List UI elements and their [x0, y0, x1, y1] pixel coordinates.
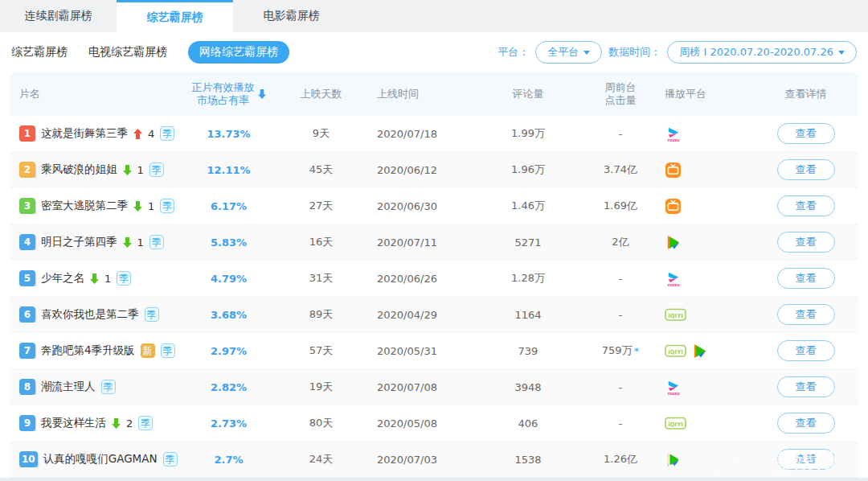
trend-up-icon — [133, 129, 142, 139]
view-button[interactable]: 查看 — [777, 268, 835, 289]
platform-icons — [665, 451, 753, 468]
days-value: 27天 — [275, 199, 367, 213]
svg-text:YOUKU: YOUKU — [666, 138, 680, 142]
show-title-cell: 5少年之名1季 — [10, 270, 182, 286]
trend-value: 1 — [137, 164, 144, 176]
trend-down-icon — [123, 165, 132, 175]
show-title-cell: 2乘风破浪的姐姐1季 — [10, 162, 182, 178]
show-title-cell: 8潮流主理人季 — [10, 379, 182, 395]
rank-badge: 6 — [19, 306, 35, 323]
online-date: 2020/04/29 — [367, 309, 480, 321]
view-button[interactable]: 查看 — [777, 123, 835, 144]
show-title: 奔跑吧第4季升级版 — [41, 343, 135, 358]
clicks-value: - — [576, 309, 665, 321]
rank-badge: 9 — [19, 415, 35, 431]
time-filter-label: 数据时间： — [608, 45, 661, 60]
view-button[interactable]: 查看 — [777, 376, 835, 397]
subtab-tv-variety[interactable]: 电视综艺霸屏榜 — [88, 41, 167, 64]
header-clicks: 周前台 点击量 — [576, 81, 665, 108]
ranking-table: 片名 正片有效播放 市场占有率 上映天数 上线时间 评论量 周前台 点击量 播放… — [0, 72, 868, 478]
time-select[interactable]: 周榜 I 2020.07.20-2020.07.26 — [667, 41, 857, 64]
view-button[interactable]: 查看 — [777, 195, 835, 216]
rank-badge: 1 — [19, 125, 35, 142]
header-share-sort[interactable]: 正片有效播放 市场占有率 — [182, 81, 275, 108]
header-detail: 查看详情 — [753, 87, 858, 101]
sort-down-icon — [258, 89, 266, 99]
rank-badge: 3 — [19, 198, 35, 214]
trend-value: 1 — [137, 236, 144, 249]
subtab-variety-all[interactable]: 综艺霸屏榜 — [11, 41, 68, 64]
view-button[interactable]: 查看 — [777, 413, 835, 434]
iqiyi-icon: iQIYI — [665, 343, 686, 359]
view-button[interactable]: 查看 — [777, 304, 835, 325]
header-share-label: 正片有效播放 市场占有率 — [192, 81, 255, 108]
header-online: 上线时间 — [367, 87, 480, 101]
season-badge: 季 — [149, 235, 164, 249]
platform-select-value: 全平台 — [547, 45, 579, 60]
rank-badge: 5 — [19, 270, 35, 286]
share-value: 13.73% — [182, 128, 275, 140]
clicks-value: 759万* — [576, 343, 665, 358]
chevron-down-icon — [583, 51, 590, 55]
asterisk-note: * — [634, 345, 640, 357]
view-button[interactable]: 查看 — [777, 232, 835, 253]
table-row: 5少年之名1季4.79%31天2020/06/261.28万- YOUKU查看 — [10, 261, 858, 297]
online-date: 2020/07/11 — [367, 236, 480, 249]
view-detail-cell: 查看 — [753, 449, 858, 470]
comments-value: 1.28万 — [480, 271, 576, 286]
view-detail-cell: 查看 — [753, 123, 858, 144]
platform-icons: YOUKU — [665, 378, 753, 397]
comments-value: 1164 — [480, 309, 576, 321]
show-title-cell: 3密室大逃脱第二季1季 — [10, 198, 182, 214]
platform-select[interactable]: 全平台 — [535, 41, 602, 64]
filters: 平台： 全平台 数据时间： 周榜 I 2020.07.20-2020.07.26 — [497, 41, 857, 64]
show-title-cell: 7奔跑吧第4季升级版新季 — [10, 343, 182, 359]
comments-value: 1.96万 — [480, 162, 576, 177]
view-detail-cell: 查看 — [753, 232, 858, 253]
platform-icons — [665, 234, 753, 251]
platform-icons: iQIYI — [665, 343, 753, 360]
view-button[interactable]: 查看 — [777, 340, 835, 361]
tab-series-ranking[interactable]: 连续剧霸屏榜 — [0, 0, 117, 32]
show-title: 乘风破浪的姐姐 — [41, 162, 117, 177]
tab-movie-ranking[interactable]: 电影霸屏榜 — [233, 0, 350, 32]
rank-badge: 10 — [19, 451, 38, 467]
days-value: 80天 — [275, 416, 367, 430]
days-value: 24天 — [275, 452, 367, 467]
share-value: 3.68% — [182, 309, 275, 321]
clicks-value: 1.26亿 — [576, 452, 665, 467]
trend-down-icon — [123, 237, 132, 248]
trend-down-icon — [112, 418, 121, 429]
view-button[interactable]: 查看 — [777, 449, 835, 470]
comments-value: 739 — [480, 345, 576, 357]
youku-icon: YOUKU — [665, 125, 683, 143]
svg-text:iQIYI: iQIYI — [668, 313, 683, 319]
top-tabbar: 连续剧霸屏榜 综艺霸屏榜 电影霸屏榜 — [0, 0, 868, 32]
view-detail-cell: 查看 — [753, 304, 858, 325]
clicks-value: 3.74亿 — [576, 162, 665, 177]
view-detail-cell: 查看 — [753, 413, 858, 434]
tab-variety-ranking[interactable]: 综艺霸屏榜 — [117, 0, 233, 32]
season-badge: 季 — [117, 271, 131, 286]
days-value: 16天 — [275, 235, 367, 249]
season-badge: 季 — [138, 416, 153, 430]
rank-badge: 7 — [19, 343, 35, 359]
rank-badge: 2 — [19, 162, 35, 178]
share-value: 2.97% — [182, 345, 275, 357]
clicks-value: - — [576, 128, 665, 140]
header-platform: 播放平台 — [665, 87, 753, 101]
online-date: 2020/06/26 — [367, 273, 480, 285]
subtab-web-variety[interactable]: 网络综艺霸屏榜 — [188, 41, 289, 64]
season-badge: 季 — [160, 126, 174, 141]
share-value: 2.82% — [182, 381, 275, 393]
online-date: 2020/06/30 — [367, 200, 480, 212]
days-value: 89天 — [275, 307, 367, 322]
show-title-cell: 10认真的嘎嘎们GAGMAN季 — [10, 451, 182, 467]
view-button[interactable]: 查看 — [777, 159, 835, 180]
view-detail-cell: 查看 — [753, 376, 858, 397]
comments-value: 1.99万 — [480, 126, 576, 141]
mgtv-icon — [665, 198, 682, 215]
online-date: 2020/07/03 — [367, 454, 480, 466]
svg-text:YOUKU: YOUKU — [666, 282, 680, 286]
trend-value: 2 — [126, 417, 133, 430]
